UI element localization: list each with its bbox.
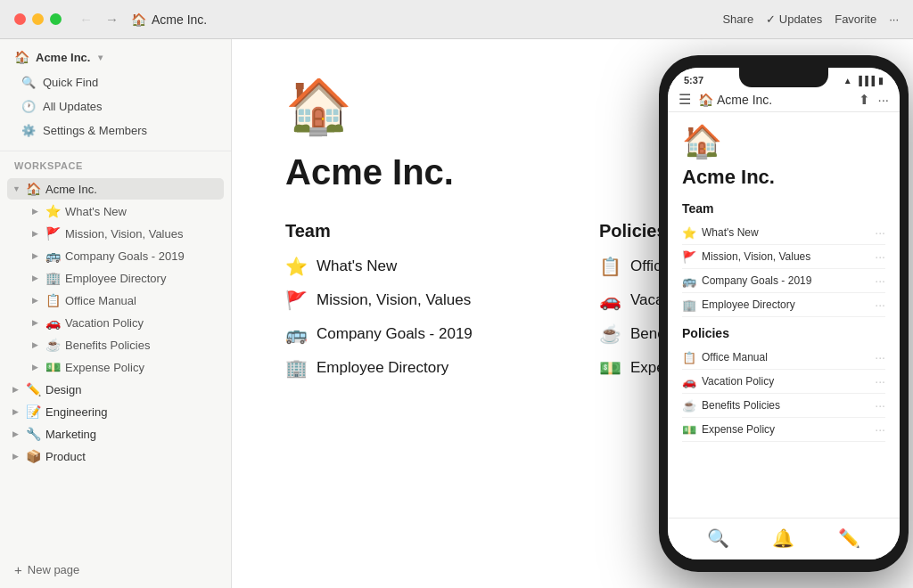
mission-label: Mission, Vision, Values [317,291,471,309]
team-heading: Team [285,221,546,241]
phone-item-dots-3: ··· [875,274,885,288]
new-page-label: New page [28,563,80,576]
phone-item-dots-8: ··· [875,422,885,437]
phone-item-dots-6: ··· [875,374,885,388]
phone-benefits-icon: ☕ [682,399,696,412]
workspace-name[interactable]: 🏠 Acme Inc. ▾ [14,50,217,64]
root-icon: 🏠 [26,182,41,196]
employee-label: Employee Directory [317,359,448,377]
search-icon: 🔍 [21,76,36,89]
workspace-section-label: WORKSPACE [0,151,231,175]
policy-item-office[interactable]: 📋 Office Manual [599,256,860,277]
phone-item-dots-1: ··· [875,225,885,240]
sidebar-children: ▶ ⭐ What's New ▶ 🚩 Mission, Vision, Valu… [7,200,224,378]
new-page-button[interactable]: + New page [14,559,217,581]
workspace-icon: 🏠 [14,50,29,64]
team-item-goals[interactable]: 🚌 Company Goals - 2019 [285,323,546,345]
phone-share-icon[interactable]: ⬆ [859,92,870,108]
sidebar-item-mission[interactable]: ▶ 🚩 Mission, Vision, Values [27,223,224,244]
close-button[interactable] [14,13,26,25]
sidebar-item-vacation[interactable]: ▶ 🚗 Vacation Policy [27,312,224,333]
product-arrow: ▶ [12,452,21,461]
back-button[interactable]: ← [76,10,96,29]
sidebar-item-marketing[interactable]: ▶ 🔧 Marketing [7,423,224,445]
phone-more-icon[interactable]: ··· [877,92,889,108]
phone-compose-icon[interactable]: ✏️ [838,527,860,549]
phone-expense-label: Expense Policy [702,423,775,436]
whats-new-label: What's New [317,257,397,275]
sidebar-item-design[interactable]: ▶ ✏️ Design [7,379,224,400]
settings-label: Settings & Members [43,124,147,137]
sidebar-root-item[interactable]: ▼ 🏠 Acme Inc. [7,178,224,200]
office-manual-label: Office Manual [630,257,724,275]
quick-find-item[interactable]: 🔍 Quick Find [14,71,217,94]
sidebar-item-product[interactable]: ▶ 📦 Product [7,445,224,467]
all-updates-item[interactable]: 🕐 All Updates [14,95,217,118]
sidebar-item-office-manual[interactable]: ▶ 📋 Office Manual [27,290,224,311]
policies-column: Policies 📋 Office Manual 🚗 Vacation Poli… [599,221,860,391]
team-item-employee[interactable]: 🏢 Employee Directory [285,357,546,379]
quick-find-label: Quick Find [43,76,98,89]
traffic-lights [14,13,62,25]
employee-icon: 🏢 [285,357,308,379]
employee-arrow: ▶ [32,274,41,282]
phone-policy-benefits[interactable]: ☕ Benefits Policies ··· [682,394,885,418]
phone-benefits-label: Benefits Policies [702,399,780,412]
whats-new-arrow: ▶ [32,207,41,216]
sidebar-item-expense[interactable]: ▶ 💵 Expense Policy [27,356,224,378]
updates-button[interactable]: Updates [766,12,822,26]
sidebar-item-goals[interactable]: ▶ 🚌 Company Goals - 2019 [27,245,224,266]
goals-arrow: ▶ [32,251,41,260]
forward-button[interactable]: → [102,10,122,29]
vacation-arrow: ▶ [32,318,41,327]
phone-item-dots-5: ··· [875,350,885,364]
all-updates-label: All Updates [43,100,102,113]
team-item-mission[interactable]: 🚩 Mission, Vision, Values [285,290,546,311]
settings-icon: ⚙️ [21,124,36,137]
benefits-icon: ☕ [599,323,621,345]
phone-item-dots-7: ··· [875,398,885,412]
office-manual-icon: 📋 [599,256,621,277]
vacation-label: Vacation Policy [630,291,733,309]
policy-item-expense[interactable]: 💵 Expense Policy [599,357,860,379]
page-breadcrumb: 🏠 Acme Inc. [131,12,207,27]
favorite-button[interactable]: Favorite [835,12,876,26]
expense-icon: 💵 [599,357,621,379]
minimize-button[interactable] [32,13,44,25]
mission-icon: 🚩 [285,290,308,311]
whats-new-icon: ⭐ [285,256,308,277]
team-item-whats-new[interactable]: ⭐ What's New [285,256,546,277]
phone-bell-icon[interactable]: 🔔 [772,527,794,549]
phone-item-dots-2: ··· [875,249,885,264]
sidebar-item-employee-directory[interactable]: ▶ 🏢 Employee Directory [27,267,224,289]
fullscreen-button[interactable] [50,13,62,25]
more-button[interactable]: ··· [889,12,899,26]
title-bar-actions: Share Updates Favorite ··· [722,12,899,26]
nav-buttons: ← → [76,10,122,29]
sidebar-top: 🏠 Acme Inc. ▾ 🔍 Quick Find 🕐 All Updates… [0,39,231,151]
phone-expense-icon: 💵 [682,423,696,437]
root-arrow: ▼ [12,184,21,193]
page-main-emoji: 🏠 [285,75,860,138]
share-button[interactable]: Share [722,12,753,26]
phone-search-icon[interactable]: 🔍 [707,527,729,549]
phone-item-dots-4: ··· [875,298,885,312]
sidebar-item-benefits[interactable]: ▶ ☕ Benefits Policies [27,334,224,355]
page-title-label: Acme Inc. [152,12,207,27]
sidebar-item-engineering[interactable]: ▶ 📝 Engineering [7,401,224,422]
phone-team-section: Team [682,201,885,216]
page-emoji-small: 🏠 [131,12,146,27]
root-label: Acme Inc. [45,183,97,196]
expense-label: Expense Policy [630,359,734,377]
sidebar: 🏠 Acme Inc. ▾ 🔍 Quick Find 🕐 All Updates… [0,39,232,588]
settings-item[interactable]: ⚙️ Settings & Members [14,119,217,142]
content-columns: Team ⭐ What's New 🚩 Mission, Vision, Val… [285,221,860,391]
workspace-chevron: ▾ [98,53,103,62]
phone-policy-expense[interactable]: 💵 Expense Policy ··· [682,418,885,442]
policy-item-vacation[interactable]: 🚗 Vacation Policy [599,290,860,311]
policy-item-benefits[interactable]: ☕ Benefits Policies [599,323,860,345]
sidebar-item-whats-new[interactable]: ▶ ⭐ What's New [27,200,224,222]
title-bar: ← → 🏠 Acme Inc. Share Updates Favorite ·… [0,0,913,39]
policies-heading: Policies [599,221,860,241]
mission-arrow: ▶ [32,229,41,238]
